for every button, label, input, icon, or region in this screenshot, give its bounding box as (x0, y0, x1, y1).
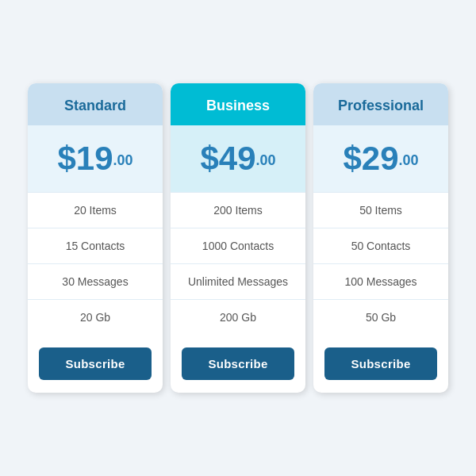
subscribe-button-professional[interactable]: Subscribe (324, 347, 437, 380)
feature-row-professional-0: 50 Items (313, 192, 448, 228)
feature-row-standard-2: 30 Messages (28, 263, 163, 299)
plan-features-standard: 20 Items15 Contacts30 Messages20 Gb (28, 192, 163, 335)
feature-row-professional-3: 50 Gb (313, 299, 448, 335)
feature-row-business-0: 200 Items (171, 192, 305, 228)
price-value-standard: $19 (57, 140, 113, 177)
plan-header-standard: Standard (28, 83, 163, 125)
plan-header-professional: Professional (313, 83, 448, 125)
plan-footer-standard: Subscribe (28, 335, 163, 393)
plan-features-professional: 50 Items50 Contacts100 Messages50 Gb (313, 192, 448, 335)
price-cents-standard: .00 (113, 152, 133, 168)
feature-row-professional-1: 50 Contacts (313, 228, 448, 263)
price-value-business: $49 (200, 140, 255, 177)
feature-row-business-1: 1000 Contacts (171, 228, 305, 263)
plan-price-professional: $29.00 (313, 125, 448, 192)
plan-card-standard: Standard$19.0020 Items15 Contacts30 Mess… (28, 83, 163, 393)
plan-features-business: 200 Items1000 ContactsUnlimited Messages… (171, 192, 305, 335)
subscribe-button-standard[interactable]: Subscribe (39, 347, 152, 380)
plan-footer-professional: Subscribe (313, 335, 448, 393)
subscribe-button-business[interactable]: Subscribe (182, 347, 294, 380)
feature-row-professional-2: 100 Messages (313, 263, 448, 299)
feature-row-standard-3: 20 Gb (28, 299, 163, 335)
price-value-professional: $29 (343, 140, 398, 177)
plan-card-business: Business$49.00200 Items1000 ContactsUnli… (171, 83, 305, 393)
plan-price-business: $49.00 (171, 125, 305, 192)
plan-footer-business: Subscribe (171, 335, 305, 393)
feature-row-business-2: Unlimited Messages (171, 263, 305, 299)
price-cents-professional: .00 (399, 152, 419, 168)
feature-row-standard-1: 15 Contacts (28, 228, 163, 263)
feature-row-business-3: 200 Gb (171, 299, 305, 335)
pricing-container: Standard$19.0020 Items15 Contacts30 Mess… (12, 67, 464, 409)
plan-price-standard: $19.00 (28, 125, 163, 192)
plan-header-business: Business (171, 83, 305, 125)
feature-row-standard-0: 20 Items (28, 192, 163, 228)
price-cents-business: .00 (256, 152, 276, 168)
plan-card-professional: Professional$29.0050 Items50 Contacts100… (313, 83, 448, 393)
